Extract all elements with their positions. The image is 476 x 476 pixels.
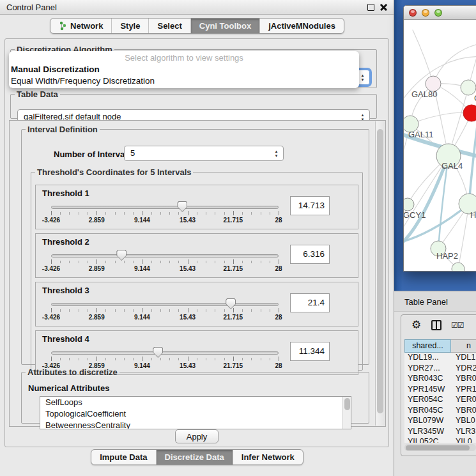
- table-row[interactable]: YER054CYER0: [404, 395, 476, 406]
- slider-tick: [151, 261, 152, 263]
- network-node[interactable]: [463, 105, 476, 121]
- tick-label: 21.715: [224, 314, 243, 321]
- column-layout-icon[interactable]: [431, 320, 441, 330]
- table-cell[interactable]: YPR145W: [404, 385, 451, 395]
- slider-tick: [242, 309, 243, 312]
- table-row[interactable]: YBL079WYBL0: [404, 416, 476, 427]
- network-window-titlebar[interactable]: [404, 6, 476, 20]
- attribute-list-item[interactable]: SelfLoops: [40, 397, 351, 408]
- threshold-1-slider[interactable]: -3.4262.8599.14415.4321.71528: [51, 201, 279, 229]
- tick-label: 2.859: [89, 217, 105, 224]
- slider-tick: [215, 309, 215, 312]
- select-columns-icon[interactable]: ☑☑: [451, 321, 464, 330]
- table-cell[interactable]: YER054C: [404, 395, 451, 406]
- threshold-value-field[interactable]: 14.713: [290, 196, 330, 215]
- network-edge[interactable]: [404, 204, 469, 242]
- slider-track[interactable]: [51, 206, 279, 209]
- dropdown-option-manual-discretization[interactable]: Manual Discretization: [9, 64, 359, 75]
- threshold-2-slider[interactable]: -3.4262.8599.14415.4321.71528: [51, 249, 279, 277]
- network-edge[interactable]: [413, 30, 433, 84]
- attribute-list-item[interactable]: TopologicalCoefficient: [40, 408, 351, 420]
- tab-select[interactable]: Select: [148, 19, 190, 33]
- tick-label: -3.426: [42, 314, 60, 321]
- table-cell[interactable]: YIL052C: [404, 437, 451, 443]
- table-cell[interactable]: YLR345W: [404, 427, 451, 438]
- network-node[interactable]: [404, 198, 414, 211]
- minimize-traffic-light[interactable]: [422, 9, 429, 17]
- zoom-traffic-light[interactable]: [434, 9, 442, 17]
- table-row[interactable]: YDL19...YDL1: [404, 353, 476, 364]
- table-row[interactable]: YIL052CYIL0: [404, 437, 476, 443]
- table-cell[interactable]: YBR0: [451, 406, 476, 417]
- gear-icon[interactable]: ⚙: [411, 318, 421, 332]
- slider-track[interactable]: [51, 254, 279, 257]
- group-title: Attributes to discretize: [26, 367, 119, 377]
- table-row[interactable]: YBR043CYBR0: [404, 374, 476, 385]
- threshold-value-field[interactable]: 11.344: [290, 342, 330, 361]
- table-cell[interactable]: YLR3: [451, 427, 476, 438]
- stepper-arrows-icon[interactable]: ▲▼: [272, 148, 280, 159]
- tab-infer-network[interactable]: Infer Network: [233, 450, 303, 464]
- table-cell[interactable]: YIL0: [451, 437, 476, 443]
- table-cell[interactable]: YBR0: [451, 374, 476, 385]
- table-cell[interactable]: YPR1: [451, 385, 476, 395]
- tab-jactivemnodules[interactable]: jActiveMNodules: [259, 19, 344, 33]
- dropdown-option-equal-width-frequency[interactable]: Equal Width/Frequency Discretization: [9, 75, 359, 87]
- threshold-value-field[interactable]: 21.4: [290, 293, 330, 312]
- scrollbar-thumb[interactable]: [406, 445, 470, 450]
- slider-tick: [178, 212, 179, 215]
- number-of-intervals-combobox[interactable]: 5 ▲▼: [124, 146, 284, 161]
- slider-track[interactable]: [51, 351, 279, 355]
- table-cell[interactable]: YBL079W: [404, 416, 451, 427]
- slider-track[interactable]: [51, 303, 279, 306]
- network-graph-canvas[interactable]: GAL80GACGAL11GAL4GCY1HHAP2: [404, 20, 476, 271]
- table-cell[interactable]: YDR27...: [404, 364, 451, 374]
- close-icon[interactable]: [380, 4, 387, 11]
- scrollbar-thumb[interactable]: [377, 129, 383, 413]
- network-node[interactable]: [452, 263, 464, 271]
- apply-button[interactable]: Apply: [175, 429, 219, 443]
- table-cell[interactable]: YER0: [451, 395, 476, 406]
- stepper-arrows-icon[interactable]: ▲▼: [358, 72, 367, 83]
- tab-cyni-toolbox[interactable]: Cyni Toolbox: [190, 19, 259, 33]
- slider-tick: [124, 212, 125, 215]
- slider-tick: [96, 357, 97, 361]
- scrollbar-thumb[interactable]: [344, 398, 350, 410]
- top-tab-group: Network Style Select Cyni Toolbox jActiv…: [50, 18, 344, 34]
- panel-window-controls: [367, 4, 387, 11]
- node-table: shared... n YDL19...YDL1YDR27...YDR2YBR0…: [404, 339, 476, 443]
- float-window-icon[interactable]: [367, 4, 374, 11]
- table-cell[interactable]: YDR2: [451, 364, 476, 374]
- column-header-shared-name[interactable]: shared...: [404, 339, 451, 353]
- threshold-3-slider[interactable]: -3.4262.8599.14415.4321.71528: [51, 298, 279, 326]
- tab-network[interactable]: Network: [50, 19, 111, 33]
- table-cell[interactable]: YBL0: [451, 416, 476, 427]
- table-panel-toolbar: ⚙ ☑☑: [401, 315, 476, 337]
- table-cell[interactable]: YDL1: [451, 353, 476, 364]
- network-edge[interactable]: [433, 43, 476, 84]
- table-row[interactable]: YBR045CYBR0: [404, 406, 476, 417]
- close-traffic-light[interactable]: [409, 9, 417, 17]
- slider-tick: [142, 259, 142, 264]
- threshold-value-field[interactable]: 6.316: [290, 245, 330, 264]
- tab-discretize-data[interactable]: Discretize Data: [156, 450, 233, 464]
- settings-vertical-scrollbar[interactable]: [375, 121, 385, 426]
- threshold-3-panel: Threshold 3 -3.4262.8599.14415.4321.7152…: [35, 282, 358, 326]
- table-row[interactable]: YDR27...YDR2: [404, 364, 476, 374]
- table-row[interactable]: YPR145WYPR1: [404, 385, 476, 395]
- table-horizontal-scrollbar[interactable]: [404, 444, 476, 451]
- tab-impute-data[interactable]: Impute Data: [91, 450, 155, 464]
- table-cell[interactable]: YBR045C: [404, 406, 451, 417]
- table-cell[interactable]: YBR043C: [404, 374, 451, 385]
- slider-tick: [169, 358, 170, 360]
- table-row[interactable]: YLR345WYLR3: [404, 427, 476, 438]
- numerical-attributes-list[interactable]: SelfLoopsTopologicalCoefficientBetweenne…: [40, 396, 351, 429]
- slider-tick: [133, 261, 134, 263]
- node-label: GAL4: [441, 161, 463, 171]
- attribute-list-item[interactable]: BetweennessCentrality: [40, 420, 351, 429]
- list-vertical-scrollbar[interactable]: [342, 397, 351, 429]
- table-cell[interactable]: YDL19...: [404, 353, 451, 364]
- slider-tick: [270, 358, 270, 360]
- tab-style[interactable]: Style: [111, 19, 148, 33]
- column-header-name[interactable]: n: [451, 339, 476, 353]
